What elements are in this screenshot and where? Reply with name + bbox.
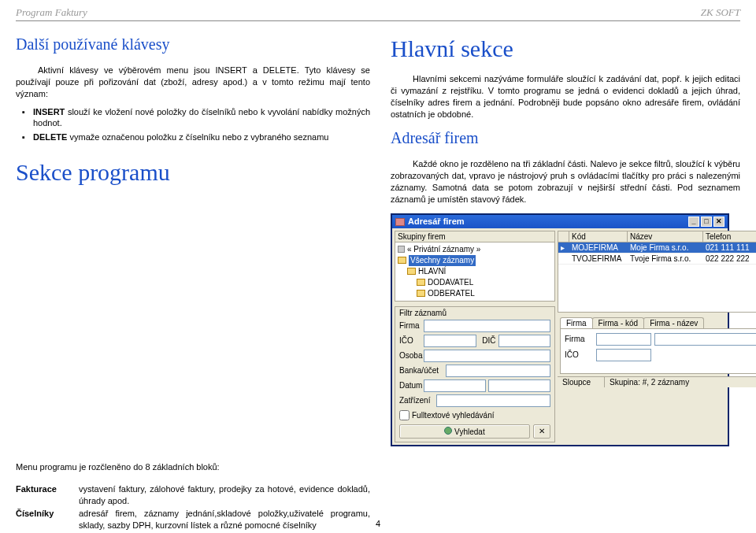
filter-panel: Filtr záznamů Firma IČODIČ Osoba Banka/ú… [395,306,555,442]
adresar-window: Adresář firem _ □ ✕ Skupiny firem « Priv… [391,213,729,446]
book-icon [395,218,405,226]
def-desc: vystavení faktury, zálohové faktury, pro… [79,483,370,508]
form-firma-nazev[interactable] [654,333,756,346]
clear-filter-button[interactable]: ✕ [533,424,550,439]
status-sloupce[interactable]: Sloupce [558,377,605,387]
menu-definitions: Fakturacevystavení faktury, zálohové fak… [16,483,370,533]
filter-firma[interactable] [424,320,550,332]
table-row[interactable]: TVOJEFIRMA Tvoje Firma s.r.o. 022 222 22… [558,254,756,265]
cell: MOJEFIRMA [569,242,628,253]
tab-strip: Firma Firma - kód Firma - název [558,315,756,328]
detail-form: Firma IČO [560,328,756,374]
grid-header: Kód Název Telefon IČO [558,231,756,242]
label-osoba: Osoba [399,351,421,360]
folder-icon [407,268,416,275]
maximize-button[interactable]: □ [701,217,712,227]
fulltext-checkbox[interactable] [399,410,410,420]
filter-dic[interactable] [498,335,551,347]
tree-title: Skupiny firem [395,231,554,242]
status-bar: Sloupce Skupina: #, 2 záznamy [558,376,756,387]
search-button[interactable]: Vyhledat [399,424,530,439]
minimize-button[interactable]: _ [688,217,699,227]
col-nazev[interactable]: Název [628,231,703,242]
label-banka: Banka/účet [399,366,443,375]
tab-firma[interactable]: Firma [560,317,593,328]
heading-adresar: Adresář firem [391,129,740,147]
insert-key: INSERT [33,107,65,117]
form-label-ico: IČO [565,349,593,361]
group-tree[interactable]: « Privátní záznamy » Všechny záznamy HLA… [395,242,554,301]
hlavni-p1: Hlavními sekcemi nazýváme formuláře slou… [391,73,740,120]
cell: Moje Firma s.r.o. [628,242,703,253]
filter-zatriz[interactable] [436,394,550,407]
tree-item[interactable]: ODBERATEL [428,288,475,299]
fulltext-label: Fulltextové vyhledávání [412,411,495,420]
status-skupina: Skupina: #, 2 záznamy [605,377,756,387]
filter-title: Filtr záznamů [399,309,550,317]
search-icon [444,427,452,435]
filter-datum-to[interactable] [488,379,550,392]
delete-desc: vymaže označenou položku z číselníku neb… [67,132,328,142]
lock-icon [398,246,405,253]
form-ico[interactable] [596,349,651,361]
tree-item[interactable]: Všechny záznamy [409,255,476,266]
titlebar: Adresář firem _ □ ✕ [392,215,728,228]
label-dic: DIČ [479,336,496,345]
cell: Tvoje Firma s.r.o. [628,254,703,264]
form-firma-kod[interactable] [596,333,651,346]
menu-intro: Menu programu je rozčleněno do 8 základn… [16,462,370,472]
insert-desc: slouží ke vložení nové položky do číseln… [33,107,370,128]
def-desc: adresář firem, záznamy jednání,skladové … [79,507,370,532]
form-label-firma: Firma [565,333,593,346]
table-row[interactable]: ▸ MOJEFIRMA Moje Firma s.r.o. 021 111 11… [558,242,756,254]
heading-keys: Další používané klávesy [16,35,370,54]
close-button[interactable]: ✕ [713,217,724,227]
folder-icon [398,257,406,264]
right-column: Hlavní sekce Hlavními sekcemi nazýváme f… [391,35,740,446]
header-left: Program Faktury [16,6,87,19]
keys-intro: Aktivní klávesy ve výběrovém menu jsou I… [16,65,370,100]
left-column: Další používané klávesy Aktivní klávesy … [16,35,370,446]
filter-banka[interactable] [446,365,550,377]
data-grid[interactable]: Kód Název Telefon IČO ▸ MOJEFIRMA Moje F… [558,231,756,313]
cell: 021 111 111 [703,242,756,253]
keys-list: INSERT slouží ke vložení nové položky do… [16,106,370,144]
def-term: Fakturace [16,483,79,508]
window-title: Adresář firem [408,217,465,226]
tree-item[interactable]: DODAVATEL [428,277,473,288]
col-telefon[interactable]: Telefon [703,231,756,242]
tab-firma-nazev[interactable]: Firma - název [643,317,704,328]
label-ico: IČO [399,336,421,345]
delete-key: DELETE [33,132,67,142]
heading-sekce: Sekce programu [16,159,370,186]
label-datum: Datum [399,381,421,390]
page-number: 4 [376,519,380,528]
folder-icon [417,290,425,297]
cell: 022 222 222 [703,254,756,264]
filter-ico[interactable] [424,335,476,347]
cell: TVOJEFIRMA [569,254,628,264]
tab-firma-kod[interactable]: Firma - kód [592,317,645,328]
tree-item[interactable]: « Privátní záznamy » [407,244,480,255]
header-right: ZK SOFT [701,6,740,19]
label-firma: Firma [399,321,421,330]
filter-osoba[interactable] [424,350,550,362]
tree-item[interactable]: HLAVNÍ [418,266,446,277]
heading-hlavni: Hlavní sekce [391,35,740,62]
folder-icon [417,279,425,286]
col-kod[interactable]: Kód [569,231,628,242]
label-zatriz: Zatřízení [399,396,434,405]
filter-datum-from[interactable] [424,379,486,392]
def-term: Číselníky [16,507,79,532]
search-label: Vyhledat [454,428,485,436]
menu-section: Menu programu je rozčleněno do 8 základn… [16,462,370,533]
adresar-p1: Každé okno je rozděleno na tři základní … [391,158,740,205]
